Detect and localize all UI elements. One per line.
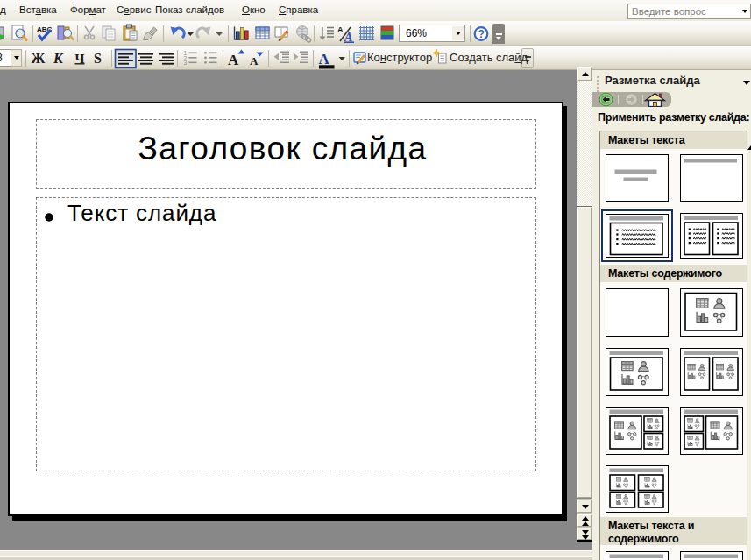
svg-text:A: A <box>250 54 259 67</box>
svg-text:S: S <box>94 51 102 66</box>
svg-text:?: ? <box>478 28 485 40</box>
svg-text:К: К <box>53 51 64 66</box>
svg-text:A: A <box>337 25 344 34</box>
svg-text:Ж: Ж <box>32 51 46 66</box>
svg-text:3: 3 <box>184 60 188 66</box>
svg-text:A: A <box>319 51 330 67</box>
svg-text:A: A <box>228 52 239 68</box>
